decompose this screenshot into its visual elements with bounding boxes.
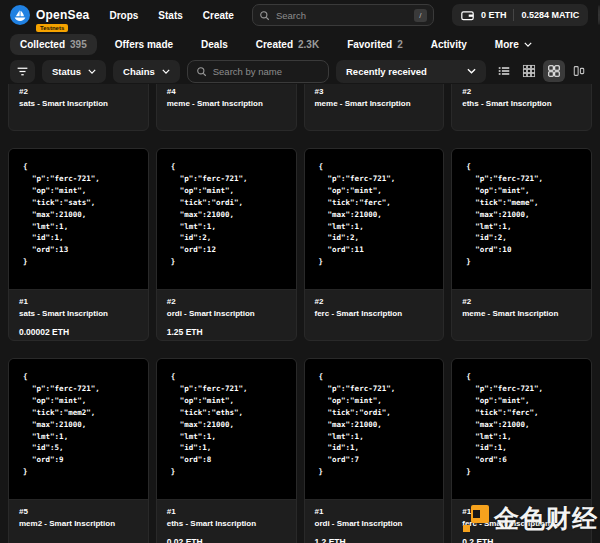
card-info: #2 ferc - Smart Inscription xyxy=(305,290,444,318)
nft-card[interactable]: { "p":"ferc-721", "op":"mint", "tick":"m… xyxy=(451,148,592,341)
chevron-down-icon xyxy=(524,42,532,47)
chevron-down-icon xyxy=(467,68,476,74)
token-price: 1.2 ETH xyxy=(315,537,434,543)
nft-card[interactable]: { "p":"ferc-721", "op":"mint", "tick":"s… xyxy=(8,148,149,341)
brand-name: OpenSea xyxy=(36,8,89,22)
tab-label: Favorited xyxy=(347,39,392,50)
card-info: #2 sats - Smart Inscription xyxy=(9,80,148,108)
nft-image: { "p":"ferc-721", "op":"mint", "tick":"e… xyxy=(157,359,296,500)
token-name: ferc - Smart Inscription xyxy=(315,309,434,318)
token-name: sats - Smart Inscription xyxy=(19,99,138,108)
token-price: 0.02 ETH xyxy=(167,537,286,543)
inscription-json: { "p":"ferc-721", "op":"mint", "tick":"f… xyxy=(305,149,444,268)
token-number: #5 xyxy=(19,507,138,516)
opensea-app: #2 sats - Smart Inscription #4 meme - Sm… xyxy=(0,0,600,543)
inscription-json: { "p":"ferc-721", "op":"mint", "tick":"e… xyxy=(157,359,296,478)
tab-label: Activity xyxy=(431,39,467,50)
tab-more[interactable]: More xyxy=(485,34,542,55)
token-number: #2 xyxy=(462,297,581,306)
status-dropdown[interactable]: Status xyxy=(42,60,106,83)
tab-collected[interactable]: Collected 395 xyxy=(10,34,97,55)
token-name: meme - Smart Inscription xyxy=(462,309,581,318)
card-info: #2 ordi - Smart Inscription 1.25 ETH xyxy=(157,290,296,337)
tab-count: 2.3K xyxy=(298,39,319,50)
nft-image: { "p":"ferc-721", "op":"mint", "tick":"o… xyxy=(305,359,444,500)
token-name: meme - Smart Inscription xyxy=(167,99,286,108)
nft-card[interactable]: { "p":"ferc-721", "op":"mint", "tick":"f… xyxy=(304,148,445,341)
status-label: Status xyxy=(52,66,81,77)
divider xyxy=(513,9,514,21)
slash-shortcut-key: / xyxy=(414,9,427,22)
testnets-badge: Testnets xyxy=(36,24,68,32)
nft-image: { "p":"ferc-721", "op":"mint", "tick":"f… xyxy=(452,359,591,500)
gallery-view-icon xyxy=(572,64,586,78)
search-input[interactable] xyxy=(276,10,408,21)
nft-image: { "p":"ferc-721", "op":"mint", "tick":"m… xyxy=(9,359,148,500)
token-name: ordi - Smart Inscription xyxy=(315,519,434,528)
wallet-icon xyxy=(461,9,474,22)
sort-dropdown[interactable]: Recently received xyxy=(336,60,486,83)
tab-activity[interactable]: Activity xyxy=(421,34,477,55)
inscription-json: { "p":"ferc-721", "op":"mint", "tick":"o… xyxy=(157,149,296,268)
card-info: #1 ferc - Smart Inscription 0.2 ETH xyxy=(452,500,591,543)
tab-favorited[interactable]: Favorited 2 xyxy=(337,34,413,55)
list-view-icon xyxy=(497,64,511,78)
list-view-button[interactable] xyxy=(493,60,515,82)
filter-button[interactable] xyxy=(10,60,35,83)
dense-grid-view-button[interactable] xyxy=(518,60,540,82)
filter-bar: Status Chains Recently received xyxy=(0,58,600,84)
nft-card[interactable]: { "p":"ferc-721", "op":"mint", "tick":"f… xyxy=(451,358,592,543)
name-search[interactable] xyxy=(187,60,329,83)
wallet-balance-pill[interactable]: 0 ETH 0.5284 MATIC xyxy=(452,4,588,26)
nft-card[interactable]: { "p":"ferc-721", "op":"mint", "tick":"m… xyxy=(8,358,149,543)
inscription-json: { "p":"ferc-721", "op":"mint", "tick":"s… xyxy=(9,149,148,268)
token-number: #2 xyxy=(315,297,434,306)
tab-deals[interactable]: Deals xyxy=(191,34,238,55)
token-price: 0.2 ETH xyxy=(462,537,581,543)
nft-card[interactable]: { "p":"ferc-721", "op":"mint", "tick":"e… xyxy=(156,358,297,543)
chains-dropdown[interactable]: Chains xyxy=(113,60,180,83)
token-number: #1 xyxy=(462,507,581,516)
nft-image: { "p":"ferc-721", "op":"mint", "tick":"s… xyxy=(9,149,148,290)
gallery-view-button[interactable] xyxy=(568,60,590,82)
token-name: meme - Smart Inscription xyxy=(315,99,434,108)
profile-tabs: Collected 395 Offers made Deals Created … xyxy=(0,30,600,58)
opensea-logo[interactable]: OpenSea Testnets xyxy=(10,5,89,25)
nav-drops[interactable]: Drops xyxy=(109,10,138,21)
tab-label: Offers made xyxy=(115,39,173,50)
card-info: #5 mem2 - Smart Inscription xyxy=(9,500,148,528)
nft-card[interactable]: { "p":"ferc-721", "op":"mint", "tick":"o… xyxy=(304,358,445,543)
inscription-json: { "p":"ferc-721", "op":"mint", "tick":"f… xyxy=(452,359,591,478)
nft-image: { "p":"ferc-721", "op":"mint", "tick":"m… xyxy=(452,149,591,290)
token-name: eths - Smart Inscription xyxy=(167,519,286,528)
nft-image: { "p":"ferc-721", "op":"mint", "tick":"o… xyxy=(157,149,296,290)
tab-label: More xyxy=(495,39,519,50)
nft-card[interactable]: { "p":"ferc-721", "op":"mint", "tick":"o… xyxy=(156,148,297,341)
token-number: #2 xyxy=(19,87,138,96)
tab-count: 395 xyxy=(70,39,87,50)
tab-label: Collected xyxy=(20,39,65,50)
tab-created[interactable]: Created 2.3K xyxy=(246,34,329,55)
token-number: #3 xyxy=(315,87,434,96)
dense-grid-icon xyxy=(522,64,536,78)
main-nav: Drops Stats Create xyxy=(109,10,234,21)
chevron-down-icon xyxy=(88,69,96,74)
eth-balance: 0 ETH xyxy=(481,10,507,20)
token-number: #1 xyxy=(315,507,434,516)
card-info: #1 sats - Smart Inscription 0.00002 ETH xyxy=(9,290,148,337)
inscription-json: { "p":"ferc-721", "op":"mint", "tick":"m… xyxy=(452,149,591,268)
nav-create[interactable]: Create xyxy=(203,10,234,21)
nav-stats[interactable]: Stats xyxy=(158,10,182,21)
filter-icon xyxy=(16,65,29,78)
grid-view-button[interactable] xyxy=(543,60,565,82)
tab-offers-made[interactable]: Offers made xyxy=(105,34,183,55)
matic-balance: 0.5284 MATIC xyxy=(521,10,579,20)
grid-icon xyxy=(547,64,561,78)
card-info: #3 meme - Smart Inscription xyxy=(305,80,444,108)
chains-label: Chains xyxy=(123,66,155,77)
tab-count: 2 xyxy=(397,39,403,50)
inscription-json: { "p":"ferc-721", "op":"mint", "tick":"o… xyxy=(305,359,444,478)
tab-label: Created xyxy=(256,39,293,50)
global-search[interactable]: / xyxy=(252,4,434,26)
name-search-input[interactable] xyxy=(213,66,320,77)
